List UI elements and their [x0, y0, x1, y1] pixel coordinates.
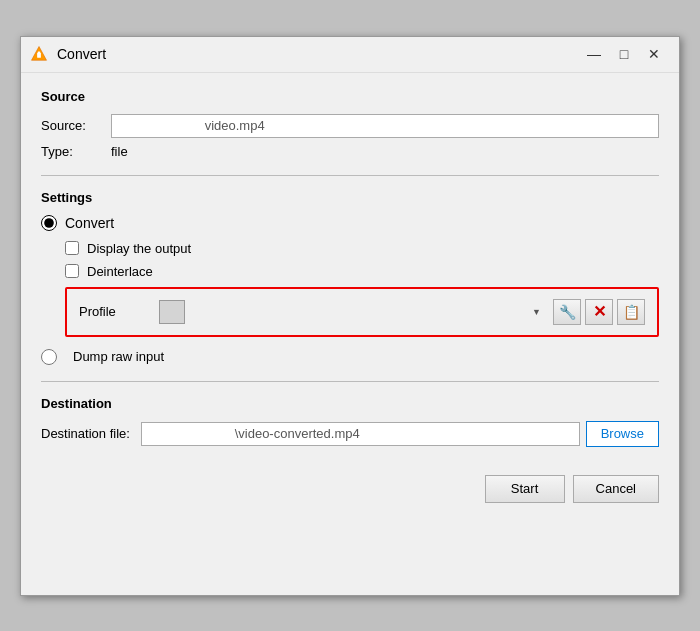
destination-field-row: Destination file: Browse [41, 421, 659, 447]
source-section-label: Source [41, 89, 659, 104]
delete-icon: ✕ [593, 302, 606, 321]
svg-rect-1 [37, 53, 41, 58]
cancel-button[interactable]: Cancel [573, 475, 659, 503]
source-section: Source Source: Type: file [41, 89, 659, 159]
window-controls: — □ ✕ [579, 42, 669, 66]
display-output-row[interactable]: Display the output [65, 241, 659, 256]
window-title: Convert [57, 46, 579, 62]
destination-label: Destination file: [41, 426, 141, 441]
maximize-button[interactable]: □ [609, 42, 639, 66]
source-label: Source: [41, 118, 111, 133]
footer-buttons: Start Cancel [21, 463, 679, 519]
display-output-checkbox[interactable] [65, 241, 79, 255]
delete-profile-button[interactable]: ✕ [585, 299, 613, 325]
convert-radio-row[interactable]: Convert [41, 215, 659, 231]
convert-radio[interactable] [41, 215, 57, 231]
dialog-content: Source Source: Type: file Settings Conve… [21, 73, 679, 463]
source-divider [41, 175, 659, 176]
deinterlace-label: Deinterlace [87, 264, 153, 279]
dump-radio[interactable] [41, 349, 57, 365]
profile-select[interactable] [159, 300, 185, 324]
new-profile-icon: 📋 [623, 304, 640, 320]
dest-divider [41, 381, 659, 382]
type-value: file [111, 144, 128, 159]
dump-raw-row[interactable]: Dump raw input [41, 349, 659, 365]
display-output-label: Display the output [87, 241, 191, 256]
convert-radio-label: Convert [65, 215, 114, 231]
destination-section: Destination Destination file: Browse [41, 396, 659, 447]
profile-box: Profile 🔧 ✕ 📋 [65, 287, 659, 337]
deinterlace-row[interactable]: Deinterlace [65, 264, 659, 279]
close-button[interactable]: ✕ [639, 42, 669, 66]
profile-select-wrap [159, 300, 545, 324]
wrench-icon: 🔧 [559, 304, 576, 320]
minimize-button[interactable]: — [579, 42, 609, 66]
title-bar: Convert — □ ✕ [21, 37, 679, 73]
edit-profile-button[interactable]: 🔧 [553, 299, 581, 325]
browse-button[interactable]: Browse [586, 421, 659, 447]
main-window: Convert — □ ✕ Source Source: Type: file … [20, 36, 680, 596]
source-input[interactable] [111, 114, 659, 138]
type-label: Type: [41, 144, 111, 159]
deinterlace-checkbox[interactable] [65, 264, 79, 278]
settings-section: Settings Convert Display the output Dein… [41, 190, 659, 365]
type-field-row: Type: file [41, 144, 659, 159]
new-profile-button[interactable]: 📋 [617, 299, 645, 325]
dump-radio-label: Dump raw input [73, 349, 164, 364]
vlc-icon [29, 44, 49, 64]
start-button[interactable]: Start [485, 475, 565, 503]
destination-section-label: Destination [41, 396, 659, 411]
svg-rect-2 [38, 52, 41, 54]
profile-label: Profile [79, 304, 159, 319]
source-field-row: Source: [41, 114, 659, 138]
destination-input[interactable] [141, 422, 580, 446]
settings-section-label: Settings [41, 190, 659, 205]
